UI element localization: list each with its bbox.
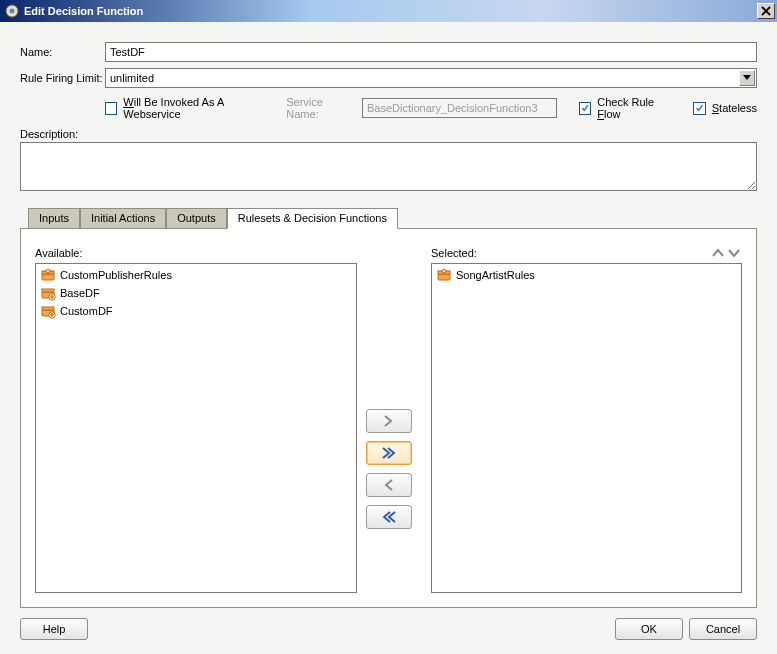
list-item-label: CustomDF	[60, 305, 113, 317]
check-rule-flow-label[interactable]: Check Rule Flow	[597, 96, 675, 120]
svg-rect-2	[42, 274, 54, 280]
name-label: Name:	[20, 46, 105, 58]
decision-function-icon	[40, 285, 56, 301]
available-list[interactable]: CustomPublisherRulesBaseDFCustomDF	[35, 263, 357, 593]
move-all-left-button[interactable]	[366, 505, 412, 529]
name-input[interactable]	[105, 42, 757, 62]
list-item[interactable]: CustomPublisherRules	[38, 266, 354, 284]
ruleset-icon	[40, 267, 56, 283]
selected-list[interactable]: SongArtistRules	[431, 263, 742, 593]
stateless-label[interactable]: Stateless	[712, 102, 757, 114]
move-all-right-button[interactable]	[366, 441, 412, 465]
help-button[interactable]: Help	[20, 618, 88, 640]
list-item[interactable]: BaseDF	[38, 284, 354, 302]
available-label: Available:	[35, 247, 83, 259]
webservice-checkbox[interactable]	[105, 102, 117, 115]
stateless-checkbox[interactable]	[693, 102, 705, 115]
description-label: Description:	[20, 128, 757, 140]
svg-rect-8	[42, 307, 54, 310]
chevron-left-icon	[382, 479, 396, 491]
service-name-input	[362, 98, 557, 118]
list-item-label: SongArtistRules	[456, 269, 535, 281]
tab-outputs[interactable]: Outputs	[166, 208, 227, 229]
description-textarea[interactable]	[20, 142, 757, 191]
tab-initial-actions[interactable]: Initial Actions	[80, 208, 166, 229]
ok-button[interactable]: OK	[615, 618, 683, 640]
double-chevron-right-icon	[381, 447, 397, 459]
tab-rulesets-decision-functions[interactable]: Rulesets & Decision Functions	[227, 208, 398, 229]
svg-rect-10	[438, 274, 450, 280]
tab-inputs[interactable]: Inputs	[28, 208, 80, 229]
list-item-label: BaseDF	[60, 287, 100, 299]
shuttle-controls	[357, 245, 421, 593]
webservice-label[interactable]: Will Be Invoked As A Webservice	[123, 96, 274, 120]
double-chevron-left-icon	[381, 511, 397, 523]
list-item[interactable]: SongArtistRules	[434, 266, 739, 284]
service-name-label: Service Name:	[286, 96, 354, 120]
list-item-label: CustomPublisherRules	[60, 269, 172, 281]
move-left-button[interactable]	[366, 473, 412, 497]
limit-select[interactable]	[105, 68, 757, 88]
chevron-right-icon	[382, 415, 396, 427]
app-icon	[4, 3, 20, 19]
decision-function-icon	[40, 303, 56, 319]
tabs: InputsInitial ActionsOutputsRulesets & D…	[28, 207, 757, 228]
move-right-button[interactable]	[366, 409, 412, 433]
close-icon	[761, 6, 771, 16]
limit-label: Rule Firing Limit:	[20, 72, 105, 84]
svg-rect-5	[42, 289, 54, 292]
close-button[interactable]	[757, 3, 775, 19]
titlebar: Edit Decision Function	[0, 0, 777, 22]
move-down-button[interactable]	[726, 245, 742, 261]
window-title: Edit Decision Function	[24, 5, 143, 17]
selected-label: Selected:	[431, 247, 477, 259]
chevron-up-icon	[712, 248, 724, 258]
chevron-down-icon	[728, 248, 740, 258]
move-up-button[interactable]	[710, 245, 726, 261]
check-rule-flow-checkbox[interactable]	[579, 102, 591, 115]
ruleset-icon	[436, 267, 452, 283]
list-item[interactable]: CustomDF	[38, 302, 354, 320]
svg-point-1	[10, 9, 15, 14]
cancel-button[interactable]: Cancel	[689, 618, 757, 640]
tab-panel-rulesets: Available: CustomPublisherRulesBaseDFCus…	[20, 228, 757, 608]
